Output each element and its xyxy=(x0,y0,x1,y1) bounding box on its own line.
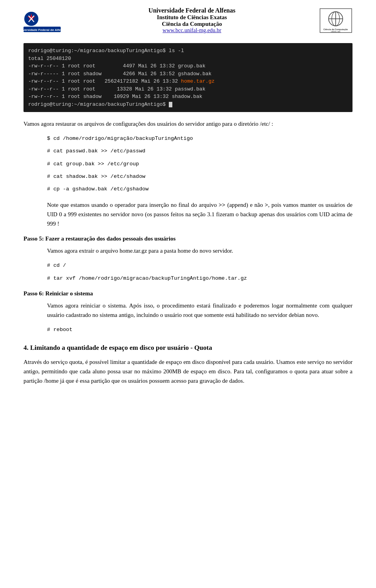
intro-paragraph: Vamos agora restaurar os arquivos de con… xyxy=(24,119,352,128)
code-cat-shadow-text: # cat shadow.bak >> /etc/shadow xyxy=(47,174,145,179)
code-cd: $ cd /home/rodrigo/migração/backupTuring… xyxy=(47,134,352,143)
code-cat-shadow: # cat shadow.bak >> /etc/shadow xyxy=(47,172,352,181)
unifal-logo: Universidade Federal de Alfenas xyxy=(24,8,63,33)
redirect-operator: > xyxy=(265,202,268,208)
terminal-line-4: -rw-r----- 1 root shadow 4266 Mai 26 13:… xyxy=(28,70,348,78)
header: Universidade Federal de Alfenas Universi… xyxy=(24,0,352,38)
terminal-line-8: rodrigo@turing:~/migracao/backupTuringAn… xyxy=(28,101,348,109)
ciencia-logo: Ciência da Computação UNIFAL-MG xyxy=(319,8,352,33)
logo-unifal-container: Universidade Federal de Alfenas xyxy=(24,8,70,33)
header-center: Universidade Federal de Alfenas Institut… xyxy=(70,7,313,34)
svg-text:Ciência da Computação: Ciência da Computação xyxy=(324,28,348,31)
code-cd-text: $ cd /home/rodrigo/migração/backupTuring… xyxy=(47,136,193,141)
code-cat-passwd: # cat passwd.bak >> /etc/passwd xyxy=(47,147,352,156)
passo6-intro: Vamos agora reiniciar o sistema. Após is… xyxy=(47,301,352,320)
code-cat-group: # cat group.bak >> /etc/group xyxy=(47,159,352,169)
institute-name: Instituto de Ciências Exatas xyxy=(70,14,313,21)
university-name: Universidade Federal de Alfenas xyxy=(70,7,313,14)
course-name: Ciência da Computação xyxy=(70,21,313,27)
svg-text:UNIFAL-MG: UNIFAL-MG xyxy=(331,31,341,33)
code-cat-passwd-text: # cat passwd.bak >> /etc/passwd xyxy=(47,148,145,154)
terminal-block: rodrigo@turing:~/migracao/backupTuringAn… xyxy=(24,43,352,112)
code-reboot-text: # reboot xyxy=(47,327,72,333)
note-paragraph: Note que estamos usando o operador para … xyxy=(47,200,352,228)
terminal-line-3: -rw-r--r-- 1 root root 4497 Mai 26 13:32… xyxy=(28,62,348,70)
code-cp-gshadow: # cp -a gshadow.bak /etc/gshadow xyxy=(47,185,352,194)
code-cat-group-text: # cat group.bak >> /etc/group xyxy=(47,161,139,167)
passo6-heading: Passo 6: Reiniciar o sistema xyxy=(24,290,352,297)
code-reboot: # reboot xyxy=(47,325,352,335)
content: Vamos agora restaurar os arquivos de con… xyxy=(24,119,352,385)
code-tar: # tar xvf /home/rodrigo/migracao/backupT… xyxy=(47,274,352,283)
section4-para1: Através do serviço quota, é possível lim… xyxy=(24,357,352,385)
website-link[interactable]: www.bcc.unifal-mg.edu.br xyxy=(70,27,313,34)
terminal-line-6: -rw-r--r-- 1 root root 13328 Mai 26 13:3… xyxy=(28,85,348,93)
logo-ciencia-container: Ciência da Computação UNIFAL-MG xyxy=(313,8,352,33)
code-cp-gshadow-text: # cp -a gshadow.bak /etc/gshadow xyxy=(47,186,148,192)
terminal-line-5: -rw-r--r-- 1 root root 25624172182 Mai 2… xyxy=(28,78,348,85)
section4-heading: 4. Limitando a quantidade de espaço em d… xyxy=(24,344,352,352)
terminal-line-1: rodrigo@turing:~/migracao/backupTuringAn… xyxy=(28,47,348,55)
code-cd-root-text: # cd / xyxy=(47,262,66,268)
append-operator: >> xyxy=(219,202,225,208)
svg-text:Universidade Federal de Alfena: Universidade Federal de Alfenas xyxy=(24,28,63,32)
passo5-heading: Passo 5: Fazer a restauração dos dados p… xyxy=(24,235,352,242)
terminal-line-2: total 25048120 xyxy=(28,55,348,63)
page: Universidade Federal de Alfenas Universi… xyxy=(0,0,376,407)
passo5-intro: Vamos agora extrair o arquivo home.tar.g… xyxy=(47,246,352,255)
code-tar-text: # tar xvf /home/rodrigo/migracao/backupT… xyxy=(47,275,247,281)
terminal-line-7: -rw-r--r-- 1 root shadow 10929 Mai 26 13… xyxy=(28,93,348,101)
code-cd-root: # cd / xyxy=(47,261,352,270)
